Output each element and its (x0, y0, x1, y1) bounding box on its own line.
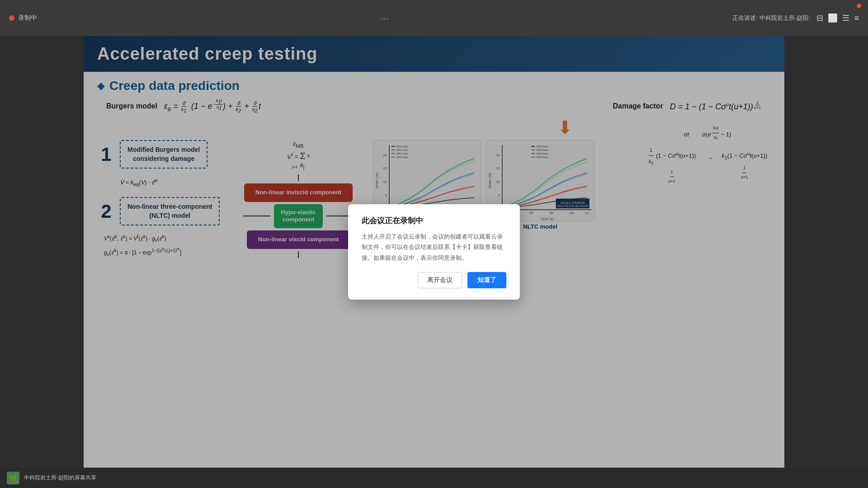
record-dot (9, 15, 14, 21)
bottom-bar: 🌿 中科院岩土所-赵阳的屏幕共享 (0, 468, 868, 488)
modal-buttons: 离开会议 知道了 (362, 272, 506, 288)
modal-title: 此会议正在录制中 (362, 216, 506, 226)
presenter-info: 正在讲述: 中科院岩土所-赵阳: (732, 14, 810, 22)
top-bar: 录制中 ··· 正在讲述: 中科院岩土所-赵阳: ⊟ ⬜ ☰ ≡ (0, 0, 868, 36)
modal-box: 此会议正在录制中 主持人开启了会议云录制，会议的创建者可以观看云录制文件，你可以… (348, 204, 520, 300)
btn-ok[interactable]: 知道了 (467, 272, 506, 288)
win-btn-2[interactable]: ⬜ (828, 13, 838, 23)
window-controls: ⊟ ⬜ ☰ ≡ (816, 13, 859, 23)
modal-body: 主持人开启了会议云录制，会议的创建者可以观看云录制文件，你可以在会议结束后联系【… (362, 231, 506, 263)
bottom-bar-text: 中科院岩土所-赵阳的屏幕共享 (24, 474, 96, 482)
win-btn-4[interactable]: ≡ (854, 14, 859, 23)
win-btn-3[interactable]: ☰ (842, 13, 849, 23)
top-bar-right: 正在讲述: 中科院岩土所-赵阳: ⊟ ⬜ ☰ ≡ (732, 13, 859, 23)
top-bar-left: 录制中 (9, 14, 37, 22)
bottom-bar-icon: 🌿 (7, 472, 19, 484)
corner-dot (857, 4, 861, 8)
slide-container: Accelerated creep testing ◆ Creep data p… (84, 36, 784, 468)
modal-overlay: 此会议正在录制中 主持人开启了会议云录制，会议的创建者可以观看云录制文件，你可以… (84, 36, 784, 468)
win-btn-1[interactable]: ⊟ (816, 13, 823, 23)
bottom-icon-glyph: 🌿 (9, 474, 17, 482)
top-bar-center: ··· (381, 13, 389, 23)
btn-leave[interactable]: 离开会议 (418, 272, 462, 288)
record-label: 录制中 (18, 14, 37, 22)
dots-label: ··· (381, 13, 389, 23)
